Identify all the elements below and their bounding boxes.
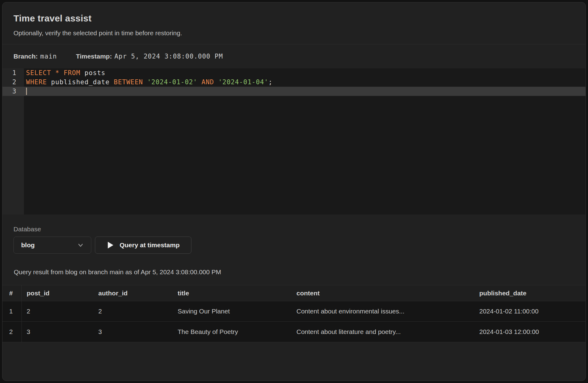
column-header: title — [173, 290, 292, 297]
sql-token-string: '2024-01-02' — [147, 78, 198, 86]
editor-empty-area[interactable] — [2, 96, 586, 214]
editor-body[interactable] — [24, 96, 586, 214]
branch-group: Branch: main — [13, 53, 57, 60]
column-header: published_date — [474, 290, 586, 297]
database-select-value: blog — [21, 241, 77, 249]
code-line[interactable]: SELECT * FROM posts — [24, 68, 586, 78]
editor-gutter — [2, 96, 24, 214]
table-cell: 2024-01-02 11:00:00 — [474, 308, 586, 315]
column-header: post_id — [22, 290, 93, 297]
line-number: 1 — [2, 68, 24, 78]
sql-token-keyword: BETWEEN — [114, 78, 143, 86]
database-section: Database blog Query at timestamp — [2, 226, 586, 254]
table-row: 122Saving Our PlanetContent about enviro… — [2, 301, 586, 322]
table-cell: 2 — [22, 308, 93, 315]
table-cell: The Beauty of Poetry — [173, 328, 292, 336]
query-controls: blog Query at timestamp — [13, 237, 586, 254]
code-line[interactable] — [24, 87, 586, 96]
sql-token-keyword: SELECT — [26, 69, 51, 77]
sql-token-plain — [143, 78, 147, 86]
branch-value: main — [40, 53, 57, 60]
query-button-label: Query at timestamp — [119, 241, 179, 249]
editor-lines: 1SELECT * FROM posts2WHERE published_dat… — [2, 68, 586, 96]
timestamp-value: Apr 5, 2024 3:08:00.000 PM — [114, 53, 223, 60]
chevron-down-icon — [77, 242, 84, 248]
query-at-timestamp-button[interactable]: Query at timestamp — [95, 237, 191, 254]
sql-token-plain — [197, 78, 202, 86]
line-number: 3 — [2, 87, 24, 96]
table-cell: Saving Our Planet — [173, 308, 292, 315]
table-header-row: #post_idauthor_idtitlecontentpublished_d… — [2, 285, 586, 301]
table-cell: Content about literature and poetry... — [292, 328, 474, 336]
sql-token-plain: ; — [268, 78, 273, 86]
table-cell: 1 — [2, 301, 22, 321]
sql-token-keyword: FROM — [64, 69, 81, 77]
timestamp-label: Timestamp: — [76, 53, 112, 60]
editor-line[interactable]: 2WHERE published_date BETWEEN '2024-01-0… — [2, 78, 586, 87]
table-cell: 3 — [22, 328, 93, 336]
sql-token-keyword: AND — [202, 78, 214, 86]
page-subtitle: Optionally, verify the selected point in… — [13, 29, 575, 37]
table-body: 122Saving Our PlanetContent about enviro… — [2, 301, 586, 342]
column-header: # — [2, 285, 22, 301]
result-table: #post_idauthor_idtitlecontentpublished_d… — [2, 285, 586, 342]
sql-token-plain: posts — [80, 69, 105, 77]
database-select[interactable]: blog — [13, 237, 91, 254]
code-line[interactable]: WHERE published_date BETWEEN '2024-01-02… — [24, 78, 586, 87]
text-cursor — [26, 88, 27, 95]
line-number: 2 — [2, 78, 24, 87]
database-label: Database — [13, 226, 586, 233]
branch-timestamp-bar: Branch: main Timestamp: Apr 5, 2024 3:08… — [2, 44, 586, 68]
table-cell: 2024-01-03 12:00:00 — [474, 328, 586, 336]
editor-line[interactable]: 3 — [2, 87, 586, 96]
branch-label: Branch: — [13, 53, 38, 60]
sql-token-string: '2024-01-04' — [218, 78, 269, 86]
table-cell: 2 — [93, 308, 173, 315]
column-header: content — [292, 290, 474, 297]
page-title: Time travel assist — [13, 12, 575, 25]
table-cell: Content about environmental issues... — [292, 308, 474, 315]
table-cell: 2 — [2, 322, 22, 342]
editor-line[interactable]: 1SELECT * FROM posts — [2, 68, 586, 78]
play-icon — [107, 241, 114, 249]
sql-token-plain — [51, 69, 55, 77]
time-travel-assist-panel: Time travel assist Optionally, verify th… — [2, 2, 586, 381]
column-header: author_id — [93, 290, 173, 297]
sql-token-plain — [214, 78, 218, 86]
sql-token-keyword: * — [55, 69, 60, 77]
sql-token-plain: published_date — [47, 78, 114, 86]
sql-token-keyword: WHERE — [26, 78, 47, 86]
table-cell: 3 — [93, 328, 173, 336]
table-row: 233The Beauty of PoetryContent about lit… — [2, 322, 586, 342]
panel-header: Time travel assist Optionally, verify th… — [2, 2, 586, 37]
sql-token-plain — [59, 69, 64, 77]
sql-editor[interactable]: 1SELECT * FROM posts2WHERE published_dat… — [2, 68, 586, 214]
timestamp-group: Timestamp: Apr 5, 2024 3:08:00.000 PM — [76, 53, 223, 60]
query-result-caption: Query result from blog on branch main as… — [2, 268, 586, 276]
